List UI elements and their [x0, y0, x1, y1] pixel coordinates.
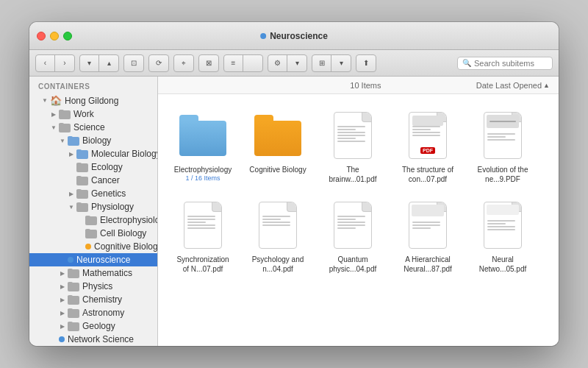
search-icon: 🔍 — [462, 59, 471, 67]
sort-label[interactable]: Date Last Opened ▲ — [476, 81, 550, 90]
sidebar-item-molecular-biology[interactable]: Molecular Biology — [29, 147, 157, 160]
folder-icon — [68, 322, 79, 331]
file-item-structure-con-07[interactable]: PDF The structure of con...07.pdf — [395, 106, 461, 187]
sidebar-item-label: Hong Gildong — [65, 96, 118, 106]
folder-icon — [68, 295, 79, 305]
dot-blue-icon — [59, 336, 65, 342]
sidebar-item-cognitive-biology[interactable]: Cognitive Biology — [29, 240, 157, 253]
action-button-2: ⟳ — [148, 54, 169, 72]
sidebar-item-astronomy[interactable]: Astronomy — [29, 306, 157, 319]
action-button-3: ⌖ — [173, 54, 194, 72]
sidebar-item-cell-biology[interactable]: Cell Biology — [29, 227, 157, 240]
folder-icon — [76, 189, 88, 199]
file-item-synchronization[interactable]: Synchronization of N...07.pdf — [170, 196, 236, 277]
nav-buttons: ‹ › — [35, 54, 75, 72]
sort-down-button[interactable]: ▾ — [80, 55, 99, 71]
titlebar: Neuroscience — [29, 22, 559, 50]
pdf-icon — [479, 109, 526, 162]
copy-button[interactable]: ⊡ — [124, 55, 143, 71]
expand-icon — [49, 109, 59, 119]
main-area: Containers 🏠 Hong Gildong Work — [29, 77, 559, 346]
file-item-electrophysiology[interactable]: Electrophysiology 1 / 16 Items — [170, 106, 236, 187]
sidebar-item-physiology[interactable]: Physiology — [29, 200, 157, 213]
view-toggle-buttons: ≡ — [223, 54, 263, 72]
file-item-hierarchical-87[interactable]: A Hierarchical Neural...87.pdf — [395, 196, 461, 277]
folder-icon — [59, 123, 71, 132]
share-button-group: ⬆ — [356, 54, 376, 72]
file-label: Evolution of the ne...9.PDF — [473, 165, 533, 184]
search-input[interactable] — [474, 59, 548, 68]
sidebar-item-science[interactable]: Science — [29, 121, 157, 134]
settings-drop-button[interactable]: ▾ — [287, 55, 306, 71]
sidebar-item-label: Cognitive Biology — [94, 241, 158, 252]
pdf-icon — [404, 199, 451, 252]
sidebar-item-network-science[interactable]: Network Science — [29, 333, 157, 346]
display-drop-button[interactable]: ▾ — [331, 55, 351, 71]
sidebar-item-physics[interactable]: Physics — [29, 280, 157, 293]
pdf-icon — [179, 199, 226, 252]
grid-view-button[interactable] — [243, 55, 262, 71]
file-item-brainw-01[interactable]: The brainw...01.pdf — [320, 106, 386, 187]
action-button-1: ⊡ — [123, 54, 144, 72]
sidebar-section-label: Containers — [29, 82, 157, 93]
sidebar-item-label: Physiology — [91, 202, 134, 212]
expand-icon — [57, 294, 68, 305]
sidebar-item-label: Physics — [82, 281, 112, 291]
sidebar-item-electrophysiology[interactable]: Electrophysiology — [29, 213, 157, 227]
title-dot-icon — [260, 33, 266, 39]
sidebar-item-label: Ecology — [91, 162, 123, 172]
folder-icon — [76, 176, 88, 185]
minimize-button[interactable] — [50, 32, 59, 40]
sidebar-item-ecology[interactable]: Ecology — [29, 160, 157, 174]
expand-icon — [57, 135, 68, 146]
sidebar-item-work[interactable]: Work — [29, 107, 157, 121]
file-item-quantum-04[interactable]: Quantum physic...04.pdf — [320, 196, 386, 277]
sidebar-item-mathematics[interactable]: Mathematics — [29, 266, 157, 280]
delete-button[interactable]: ⊠ — [199, 55, 218, 71]
sort-up-button[interactable]: ▴ — [99, 55, 118, 71]
back-button[interactable]: ‹ — [36, 55, 55, 71]
close-button[interactable] — [37, 32, 46, 40]
expand-icon — [40, 96, 50, 106]
file-item-neural-netwo-05[interactable]: Neural Netwo...05.pdf — [470, 196, 536, 277]
sync-button[interactable]: ⟳ — [149, 55, 168, 71]
expand-icon — [57, 321, 68, 331]
folder-icon — [59, 110, 71, 119]
sidebar-item-chemistry[interactable]: Chemistry — [29, 293, 157, 306]
sidebar-item-label: Mathematics — [82, 268, 132, 278]
file-item-cognitive-biology[interactable]: Cognitive Biology — [245, 106, 311, 187]
settings-button[interactable]: ⚙ — [268, 55, 287, 71]
window-title: Neuroscience — [260, 31, 328, 41]
sidebar-item-label: Electrophysiology — [100, 215, 158, 225]
file-item-psychology-n-04[interactable]: Psychology and n...04.pdf — [245, 196, 311, 277]
folder-icon — [68, 308, 79, 318]
user-icon: 🏠 — [50, 95, 62, 106]
forward-button[interactable]: › — [55, 55, 74, 71]
sidebar-item-geology[interactable]: Geology — [29, 319, 157, 333]
sort-arrow-icon: ▲ — [543, 82, 550, 89]
sidebar-item-label: Biology — [82, 135, 111, 146]
items-count: 10 Items — [255, 81, 476, 90]
maximize-button[interactable] — [63, 32, 72, 40]
share-button[interactable]: ⬆ — [356, 55, 376, 71]
display-button[interactable]: ⊞ — [312, 55, 331, 71]
pdf-icon — [479, 199, 526, 252]
sidebar-item-hong-gildong[interactable]: 🏠 Hong Gildong — [29, 93, 157, 107]
sidebar-item-label: Network Science — [68, 334, 134, 344]
content-grid: Electrophysiology 1 / 16 Items Cognitive… — [158, 94, 559, 346]
sidebar-item-biology[interactable]: Biology — [29, 134, 157, 147]
folder-icon — [68, 136, 79, 146]
sidebar-item-cancer[interactable]: Cancer — [29, 174, 157, 187]
tag-button[interactable]: ⌖ — [174, 55, 193, 71]
expand-icon — [57, 308, 68, 318]
folder-icon — [68, 269, 79, 278]
settings-button-group: ⚙ ▾ — [268, 54, 307, 72]
expand-icon — [49, 122, 59, 132]
folder-icon — [76, 163, 88, 172]
sidebar-item-genetics[interactable]: Genetics — [29, 187, 157, 200]
search-box[interactable]: 🔍 — [457, 57, 553, 70]
sidebar-item-neuroscience[interactable]: Neuroscience — [29, 253, 157, 266]
file-item-evolution-ne-9[interactable]: Evolution of the ne...9.PDF — [470, 106, 536, 187]
sidebar-item-label: Cell Biology — [100, 228, 146, 238]
list-view-button[interactable]: ≡ — [224, 55, 243, 71]
